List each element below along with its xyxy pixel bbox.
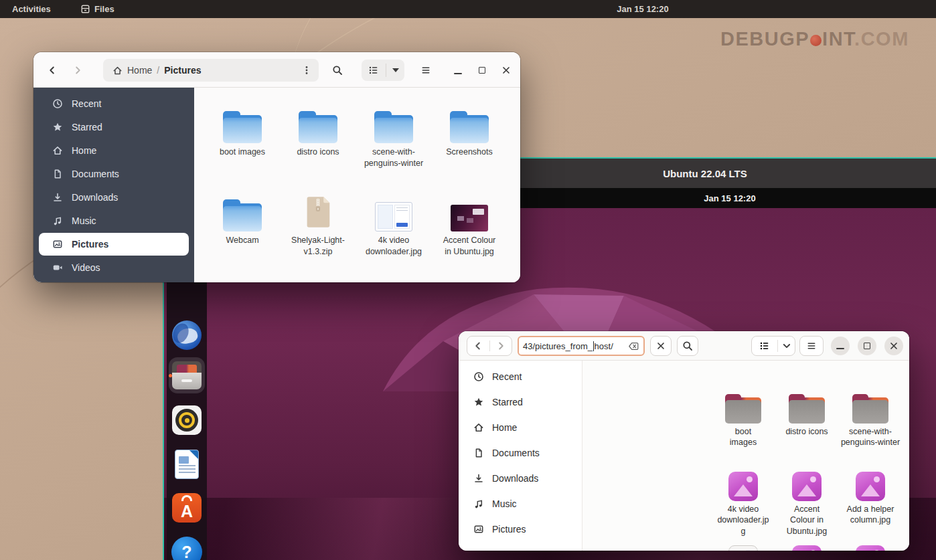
image-file-icon: [856, 545, 885, 551]
file-item[interactable]: Shelyak-Light-v1.3.zip: [283, 193, 353, 257]
sidebar-item-downloads[interactable]: Downloads: [39, 186, 189, 209]
chevron-left-icon: [473, 341, 483, 351]
file-item[interactable]: 4k video downloader.jpg: [712, 469, 774, 537]
nav-button-group: [467, 336, 512, 356]
search-button[interactable]: [677, 336, 698, 356]
file-item[interactable]: Asahi Linux: [712, 543, 774, 551]
hamburger-menu-button[interactable]: [799, 336, 824, 356]
sidebar-item-music[interactable]: Music: [39, 209, 189, 232]
sidebar-item-music[interactable]: Music: [464, 494, 577, 514]
view-toggle-split-button[interactable]: [751, 336, 795, 356]
activities-button[interactable]: Activities: [12, 0, 51, 18]
file-item[interactable]: Screenshots: [435, 104, 504, 158]
star-icon: [52, 122, 63, 132]
file-item[interactable]: distro icons: [776, 391, 838, 437]
path-segment-current[interactable]: Pictures: [164, 65, 201, 76]
file-item[interactable]: 4k video downloader.jpg: [359, 193, 428, 257]
file-item[interactable]: Basic Title: [776, 543, 838, 551]
file-item[interactable]: boot images: [208, 104, 277, 158]
close-button[interactable]: [884, 337, 903, 355]
home-icon: [112, 66, 123, 76]
file-item[interactable]: scene-with-penguins-winter: [840, 391, 901, 448]
file-item[interactable]: Accent Colour in Ubuntu.jpg: [776, 469, 838, 537]
win1-file-grid: boot images distro icons scene-with-peng…: [194, 88, 520, 282]
sidebar-item-recent[interactable]: Recent: [39, 92, 189, 115]
path-segment-home[interactable]: Home: [127, 65, 152, 76]
sidebar-item-pictures[interactable]: Pictures: [464, 519, 577, 539]
vm-clock[interactable]: Jan 15 12:20: [704, 188, 755, 208]
back-button[interactable]: [43, 61, 62, 80]
path-bar[interactable]: Home / Pictures: [103, 59, 319, 82]
folder-icon: [299, 111, 337, 143]
file-item[interactable]: Accent Colour in Ubuntu.jpg: [435, 193, 504, 257]
file-item[interactable]: scene-with-penguins-winter: [359, 104, 428, 169]
files-app-icon: [80, 4, 90, 14]
location-input[interactable]: 43/pictures_from_host/: [518, 336, 645, 356]
host-desktop: DEBUGPINT.COM Ubuntu 22.04 LTS Jan 15 12…: [0, 0, 936, 560]
file-item[interactable]: Webcam: [208, 193, 277, 246]
file-item[interactable]: Add a helper column.jpg: [840, 469, 901, 526]
file-label: Accent Colour in Ubuntu.jpg: [783, 504, 831, 537]
sidebar-item-home[interactable]: Home: [464, 417, 577, 438]
folder-icon: [725, 394, 761, 424]
files-window-host: Home / Pictures Recent Starred Home Docu…: [33, 52, 520, 282]
image-file-icon: [728, 472, 758, 501]
close-button[interactable]: [497, 61, 516, 80]
view-toggle-split-button[interactable]: [362, 60, 404, 81]
hamburger-icon: [806, 341, 817, 351]
sidebar-item-downloads[interactable]: Downloads: [464, 468, 577, 488]
search-button[interactable]: [328, 61, 347, 80]
dock-libreoffice-writer-icon[interactable]: [175, 450, 199, 479]
win2-headerbar[interactable]: 43/pictures_from_host/: [459, 331, 909, 361]
home-icon: [473, 422, 484, 433]
backspace-clear-icon[interactable]: [628, 342, 639, 351]
sidebar-item-documents[interactable]: Documents: [464, 443, 577, 463]
sidebar-item-pictures[interactable]: Pictures: [39, 233, 189, 256]
file-label: 4k video downloader.jpg: [717, 504, 769, 537]
sidebar-item-recent[interactable]: Recent: [464, 367, 577, 387]
win1-headerbar[interactable]: Home / Pictures: [33, 52, 520, 88]
forward-button[interactable]: [489, 341, 512, 351]
clock-icon: [473, 371, 484, 382]
minimize-button[interactable]: [831, 337, 850, 355]
dock-rhythmbox-icon[interactable]: [172, 405, 202, 435]
maximize-button[interactable]: [473, 61, 491, 80]
dock-ubuntu-software-icon[interactable]: A: [172, 493, 202, 523]
file-item[interactable]: Blackbox: [840, 543, 901, 551]
list-view-icon: [759, 341, 770, 351]
sidebar-item-videos[interactable]: Videos: [39, 256, 189, 279]
sidebar-item-starred[interactable]: Starred: [39, 116, 189, 138]
appmenu-files[interactable]: Files: [80, 0, 114, 18]
download-icon: [52, 192, 63, 203]
search-icon: [682, 341, 693, 351]
sidebar-item-documents[interactable]: Documents: [39, 163, 189, 185]
back-button[interactable]: [467, 341, 489, 351]
sidebar-item-starred[interactable]: Starred: [464, 392, 577, 412]
file-item[interactable]: boot images: [712, 391, 774, 448]
sidebar-item-home[interactable]: Home: [39, 139, 189, 162]
file-item[interactable]: distro icons: [283, 104, 353, 158]
hamburger-menu-button[interactable]: [416, 61, 435, 80]
image-thumbnail-icon: [451, 205, 488, 231]
win2-sidebar: Recent Starred Home Documents Downloads …: [459, 361, 582, 551]
dock-thunderbird-icon[interactable]: [172, 320, 202, 350]
maximize-button[interactable]: [858, 337, 876, 355]
kebab-menu-icon[interactable]: [301, 65, 312, 76]
file-label: Add a helper column.jpg: [846, 504, 894, 526]
file-label: Screenshots: [435, 147, 504, 158]
clock[interactable]: Jan 15 12:20: [617, 0, 668, 18]
close-icon: [888, 341, 899, 351]
win2-file-grid: boot images distro icons scene-with-peng…: [582, 361, 909, 551]
star-icon: [473, 397, 484, 407]
minimize-button[interactable]: [449, 61, 467, 80]
dock-help-icon[interactable]: ?: [171, 537, 202, 560]
file-item[interactable]: After adding the formula.jpg: [904, 469, 909, 537]
folder-icon: [374, 111, 413, 143]
search-icon: [332, 65, 343, 76]
vector-file-icon: [728, 545, 758, 551]
file-item[interactable]: Screenshots: [904, 391, 909, 448]
dock-files-icon[interactable]: [172, 361, 202, 389]
forward-button[interactable]: [68, 61, 87, 80]
watermark-dot-icon: [810, 35, 822, 46]
close-location-button[interactable]: [650, 336, 672, 356]
